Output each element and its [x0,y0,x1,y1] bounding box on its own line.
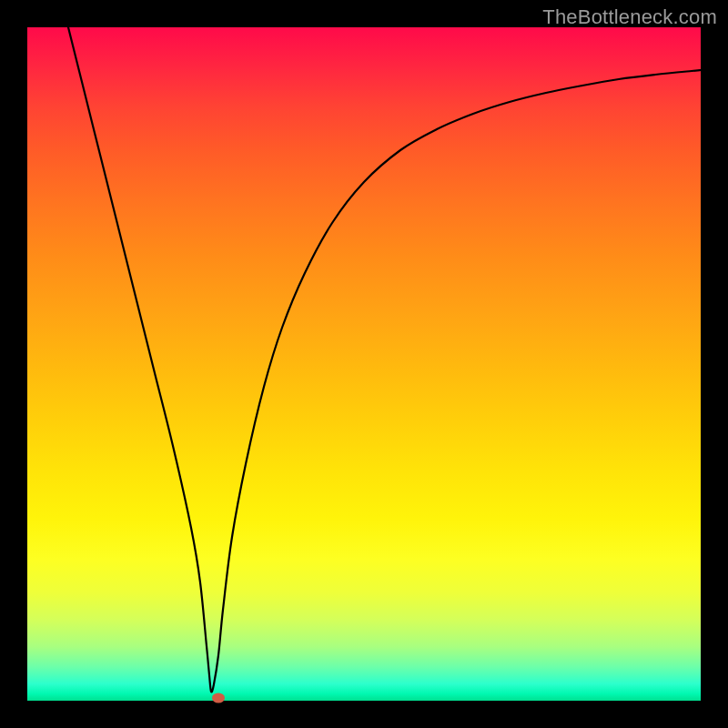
chart-frame: TheBottleneck.com [0,0,728,728]
plot-area [27,27,701,701]
watermark-text: TheBottleneck.com [542,5,717,29]
bottleneck-curve [68,27,701,692]
minimum-marker [212,693,225,703]
curve-svg [27,27,701,701]
